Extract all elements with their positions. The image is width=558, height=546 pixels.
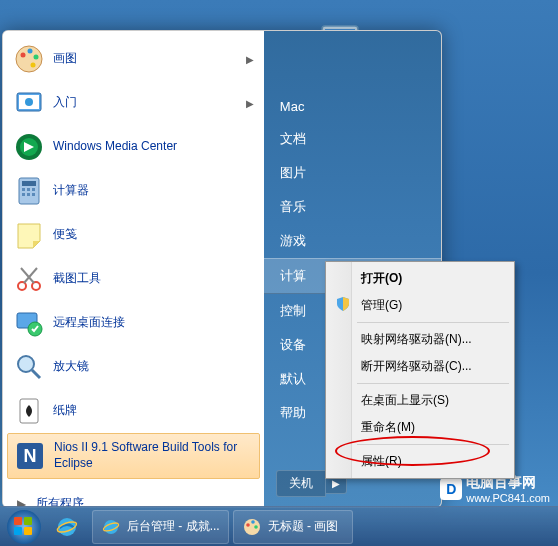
- svg-line-29: [32, 370, 40, 378]
- program-label: 截图工具: [53, 271, 254, 287]
- svg-point-8: [31, 63, 36, 68]
- program-item-paint[interactable]: 画图 ▶: [7, 37, 260, 81]
- svg-point-11: [25, 98, 33, 106]
- program-label: 远程桌面连接: [53, 315, 254, 331]
- program-label: 纸牌: [53, 403, 254, 419]
- watermark-logo-icon: D: [440, 478, 462, 500]
- right-item-music[interactable]: 音乐: [264, 190, 441, 224]
- watermark-url: www.PC841.com: [466, 492, 550, 504]
- context-divider: [357, 383, 509, 384]
- svg-rect-39: [24, 527, 32, 535]
- program-item-intro[interactable]: 入门 ▶: [7, 81, 260, 125]
- context-item-show-desktop[interactable]: 在桌面上显示(S): [329, 387, 511, 414]
- program-item-magnifier[interactable]: 放大镜: [7, 345, 260, 389]
- submenu-arrow-icon: ▶: [246, 98, 254, 109]
- svg-point-47: [254, 525, 258, 529]
- paint-icon: [13, 43, 45, 75]
- svg-point-35: [7, 510, 41, 544]
- context-item-rename[interactable]: 重命名(M): [329, 414, 511, 441]
- nios-icon: N: [14, 440, 46, 472]
- program-item-sticky[interactable]: 便笺: [7, 213, 260, 257]
- intro-icon: [13, 87, 45, 119]
- task-label: 无标题 - 画图: [268, 518, 339, 535]
- svg-rect-18: [32, 188, 35, 191]
- sticky-icon: [13, 219, 45, 251]
- context-item-disconnect-drive[interactable]: 断开网络驱动器(C)...: [329, 353, 511, 380]
- svg-line-25: [21, 268, 34, 283]
- taskbar: 后台管理 - 成就... 无标题 - 画图: [0, 506, 558, 546]
- program-label: 计算器: [53, 183, 254, 199]
- start-button[interactable]: [4, 507, 44, 547]
- svg-point-42: [104, 520, 118, 534]
- svg-point-5: [21, 53, 26, 58]
- context-item-properties[interactable]: 属性(R): [329, 448, 511, 475]
- solitaire-icon: [13, 395, 45, 427]
- program-item-calc[interactable]: 计算器: [7, 169, 260, 213]
- pinned-ie[interactable]: [44, 510, 90, 544]
- program-item-wmc[interactable]: Windows Media Center: [7, 125, 260, 169]
- right-item-pictures[interactable]: 图片: [264, 156, 441, 190]
- svg-rect-16: [22, 188, 25, 191]
- magnifier-icon: [13, 351, 45, 383]
- task-button-browser[interactable]: 后台管理 - 成就...: [92, 510, 229, 544]
- right-item-documents[interactable]: 文档: [264, 122, 441, 156]
- shutdown-button[interactable]: 关机: [276, 470, 326, 497]
- context-divider: [357, 322, 509, 323]
- svg-rect-15: [22, 181, 36, 186]
- start-menu-left-panel: 画图 ▶ 入门 ▶ Windows Media Center 计算器 便笺: [3, 31, 264, 507]
- program-label: 入门: [53, 95, 246, 111]
- svg-rect-20: [27, 193, 30, 196]
- submenu-arrow-icon: ▶: [246, 54, 254, 65]
- rdp-icon: [13, 307, 45, 339]
- svg-rect-21: [32, 193, 35, 196]
- context-item-map-drive[interactable]: 映射网络驱动器(N)...: [329, 326, 511, 353]
- svg-rect-38: [14, 527, 22, 535]
- svg-text:N: N: [24, 446, 37, 466]
- wmc-icon: [13, 131, 45, 163]
- context-item-open[interactable]: 打开(O): [329, 265, 511, 292]
- program-label: 画图: [53, 51, 246, 67]
- program-item-snip[interactable]: 截图工具: [7, 257, 260, 301]
- snip-icon: [13, 263, 45, 295]
- svg-point-46: [251, 520, 255, 524]
- svg-point-7: [34, 55, 39, 60]
- program-list: 画图 ▶ 入门 ▶ Windows Media Center 计算器 便笺: [7, 37, 260, 479]
- program-label: Nios II 9.1 Software Build Tools for Ecl…: [54, 440, 253, 471]
- shield-icon: [335, 296, 351, 312]
- svg-rect-36: [14, 517, 22, 525]
- right-item-mac[interactable]: Mac: [264, 91, 441, 122]
- program-label: 便笺: [53, 227, 254, 243]
- task-button-paint[interactable]: 无标题 - 画图: [233, 510, 353, 544]
- context-item-manage[interactable]: 管理(G): [329, 292, 511, 319]
- all-programs[interactable]: ▶ 所有程序: [7, 487, 260, 508]
- svg-point-45: [246, 523, 250, 527]
- task-label: 后台管理 - 成就...: [127, 518, 220, 535]
- right-item-games[interactable]: 游戏: [264, 224, 441, 258]
- svg-point-28: [18, 356, 34, 372]
- svg-line-24: [24, 268, 37, 283]
- program-item-rdp[interactable]: 远程桌面连接: [7, 301, 260, 345]
- svg-rect-37: [24, 517, 32, 525]
- paint-icon: [242, 517, 262, 537]
- svg-rect-19: [22, 193, 25, 196]
- ie-icon: [101, 517, 121, 537]
- context-menu: 打开(O) 管理(G) 映射网络驱动器(N)... 断开网络驱动器(C)... …: [325, 261, 515, 479]
- program-item-nios[interactable]: N Nios II 9.1 Software Build Tools for E…: [7, 433, 260, 479]
- program-label: 放大镜: [53, 359, 254, 375]
- svg-point-6: [28, 49, 33, 54]
- program-item-solitaire[interactable]: 纸牌: [7, 389, 260, 433]
- calc-icon: [13, 175, 45, 207]
- context-divider: [357, 444, 509, 445]
- svg-rect-17: [27, 188, 30, 191]
- program-label: Windows Media Center: [53, 139, 254, 155]
